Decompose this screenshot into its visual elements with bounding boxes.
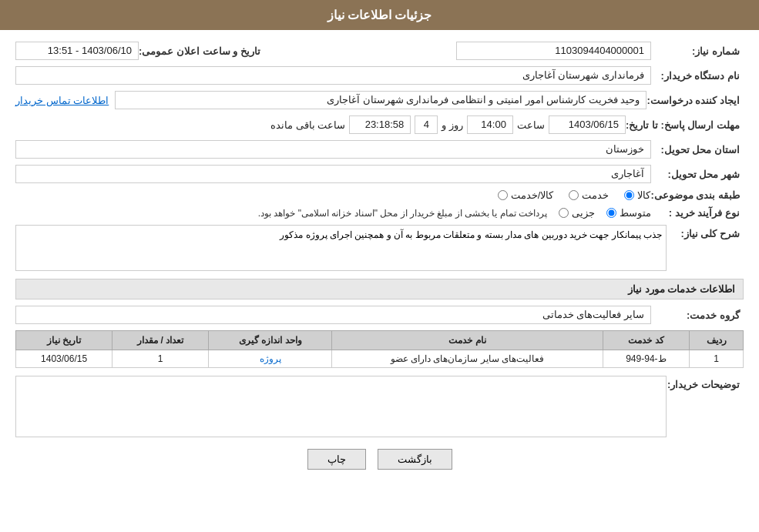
category-option-kala[interactable]: کالا: [624, 189, 650, 201]
response-date-value: 1403/06/15: [549, 115, 626, 134]
delivery-city-value: آغاجاری: [15, 165, 651, 183]
time-label-static: ساعت: [517, 119, 545, 131]
description-textarea[interactable]: جذب پیمانکار جهت خرید دوربین های مدار بس…: [15, 225, 667, 271]
buyer-org-row: نام دستگاه خریدار: فرمانداری شهرستان آغا…: [15, 66, 744, 85]
purchase-type-jozi[interactable]: جزیی: [559, 207, 595, 219]
purchase-type-options: متوسط جزیی: [559, 207, 651, 219]
category-row: طبقه بندی موضوعی: کالا/خدمت خدمت کالا: [15, 189, 744, 201]
delivery-city-label: شهر محل تحویل:: [651, 169, 744, 180]
category-label-kala: کالا: [637, 189, 650, 201]
category-option-khedmat[interactable]: خدمت: [569, 189, 609, 201]
response-remaining-value: 23:18:58: [349, 115, 411, 134]
remaining-label: ساعت باقی مانده: [270, 119, 345, 131]
creator-row: ایجاد کننده درخواست: وحید فخریت کارشناس …: [15, 91, 744, 109]
service-group-row: گروه خدمت: سایر فعالیت‌های خدماتی: [15, 306, 744, 324]
page-header: جزئیات اطلاعات نیاز: [0, 0, 759, 30]
category-label: طبقه بندی موضوعی:: [650, 189, 744, 201]
creator-link[interactable]: اطلاعات تماس خریدار: [15, 95, 109, 106]
purchase-type-note: پرداخت تمام یا بخشی از مبلغ خریدار از مح…: [258, 208, 547, 219]
response-deadline-row: مهلت ارسال پاسخ: تا تاریخ: 1403/06/15 سا…: [15, 115, 744, 134]
th-row: ردیف: [690, 331, 744, 350]
back-button[interactable]: بازگشت: [378, 449, 452, 470]
service-group-value: سایر فعالیت‌های خدماتی: [15, 306, 651, 324]
delivery-province-value: خوزستان: [15, 140, 651, 159]
need-number-row: شماره نیاز: 1103094404000001 تاریخ و ساع…: [15, 42, 744, 60]
buyer-org-label: نام دستگاه خریدار:: [651, 70, 744, 82]
buyer-desc-label: توضیحات خریدار:: [667, 376, 744, 390]
purchase-type-label-motavasset: متوسط: [620, 207, 651, 219]
creator-value: وحید فخریت کارشناس امور امنیتی و انتظامی…: [115, 91, 646, 109]
creator-label: ایجاد کننده درخواست:: [646, 95, 744, 106]
page-title: جزئیات اطلاعات نیاز: [327, 8, 432, 22]
announce-date-label: تاریخ و ساعت اعلان عمومی:: [139, 45, 264, 57]
th-need-date: تاریخ نیاز: [16, 331, 113, 350]
need-number-value: 1103094404000001: [456, 42, 651, 60]
page-container: جزئیات اطلاعات نیاز شماره نیاز: 11030944…: [0, 0, 759, 532]
purchase-type-label-jozi: جزیی: [572, 207, 595, 219]
description-row: شرح کلی نیاز: جذب پیمانکار جهت خرید دورب…: [15, 225, 744, 271]
buyer-desc-row: توضیحات خریدار:: [15, 376, 744, 437]
th-service-code: کد خدمت: [603, 331, 690, 350]
category-radio-kala[interactable]: [624, 190, 634, 200]
buttons-row: بازگشت چاپ: [15, 449, 744, 485]
table-row: 1ط-94-949فعالیت‌های سایر سازمان‌های دارا…: [16, 350, 744, 368]
delivery-city-row: شهر محل تحویل: آغاجاری: [15, 165, 744, 183]
category-radio-kala-khedmat[interactable]: [498, 190, 508, 200]
category-radio-group: کالا/خدمت خدمت کالا: [498, 189, 651, 201]
need-number-label: شماره نیاز:: [651, 45, 744, 57]
buyer-org-value: فرمانداری شهرستان آغاجاری: [15, 66, 651, 85]
purchase-type-label: نوع فرآیند خرید :: [651, 207, 744, 219]
description-label: شرح کلی نیاز:: [667, 225, 744, 239]
category-radio-khedmat[interactable]: [569, 190, 579, 200]
response-time-value: 14:00: [467, 115, 513, 134]
response-days-value: 4: [415, 115, 438, 134]
delivery-province-row: استان محل تحویل: خوزستان: [15, 140, 744, 159]
response-deadline-label: مهلت ارسال پاسخ: تا تاریخ:: [626, 119, 744, 131]
service-group-label: گروه خدمت:: [651, 309, 744, 321]
category-label-khedmat: خدمت: [582, 189, 609, 201]
delivery-province-label: استان محل تحویل:: [651, 144, 744, 156]
buyer-desc-textarea[interactable]: [15, 376, 667, 437]
purchase-type-motavasset[interactable]: متوسط: [606, 207, 651, 219]
content-area: شماره نیاز: 1103094404000001 تاریخ و ساع…: [0, 30, 759, 497]
purchase-type-row: نوع فرآیند خرید : متوسط جزیی پرداخت تمام…: [15, 207, 744, 219]
announce-date-value: 1403/06/10 - 13:51: [15, 42, 139, 60]
days-label-static: روز و: [442, 119, 463, 131]
category-label-kala-khedmat: کالا/خدمت: [511, 189, 554, 201]
th-service-name: نام خدمت: [332, 331, 603, 350]
print-button[interactable]: چاپ: [307, 449, 366, 470]
service-table: ردیف کد خدمت نام خدمت واحد اندازه گیری ت…: [15, 330, 744, 368]
th-quantity: تعداد / مقدار: [113, 331, 209, 350]
services-section-title: اطلاعات خدمات مورد نیاز: [15, 279, 744, 299]
purchase-radio-jozi[interactable]: [559, 208, 569, 218]
category-option-kala-khedmat[interactable]: کالا/خدمت: [498, 189, 554, 201]
purchase-radio-motavasset[interactable]: [606, 208, 616, 218]
th-unit: واحد اندازه گیری: [209, 331, 332, 350]
